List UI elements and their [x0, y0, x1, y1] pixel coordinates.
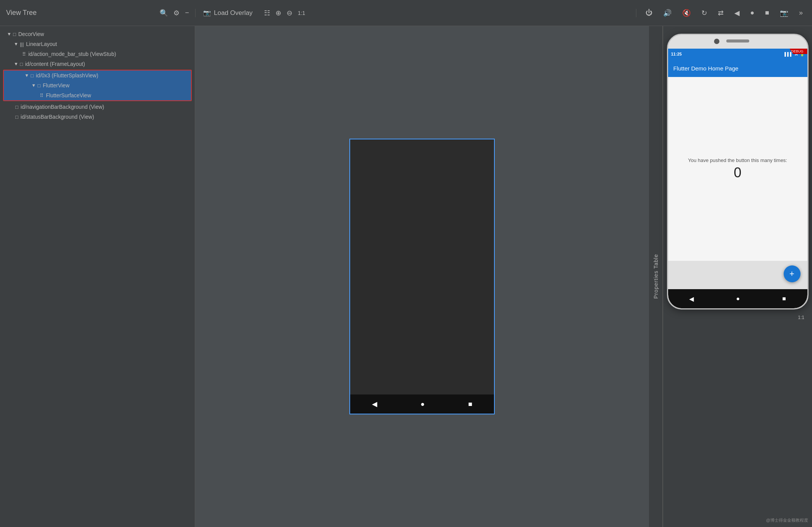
tree-item-flutter-surface[interactable]: ⠿ FlutterSurfaceView [4, 90, 191, 100]
phone-square-btn[interactable]: ■ [782, 295, 786, 302]
mute-icon[interactable]: 🔇 [682, 9, 691, 17]
preview-back-btn: ◀ [372, 400, 377, 408]
icon-linearlayout: ||| [20, 41, 24, 47]
fab-button[interactable]: + [784, 265, 801, 282]
phone-time: 11:25 [671, 52, 682, 56]
tree-item-content[interactable]: ▼ □ id/content (FrameLayout) [0, 59, 195, 69]
load-overlay-button[interactable]: 📷 Load Overlay [203, 9, 253, 17]
more-icon[interactable]: » [799, 9, 803, 17]
phone-home-btn[interactable]: ● [736, 295, 740, 302]
tree-item-decorview[interactable]: ▼ □ DecorView [0, 29, 195, 39]
icon-flutter-surface: ⠿ [40, 93, 44, 98]
preview-panel: ◀ ● ■ [195, 26, 649, 527]
app-title: Flutter Demo Home Page [673, 65, 739, 72]
settings-icon[interactable]: ⚙ [173, 9, 179, 17]
back-icon[interactable]: ◀ [734, 9, 740, 17]
preview-screen [350, 139, 494, 394]
label-decorview: DecorView [18, 31, 44, 37]
scale-display: 1:1 [798, 315, 804, 320]
arrow-linearlayout: ▼ [14, 41, 18, 47]
properties-label: Properties Table [653, 254, 659, 299]
camera-icon[interactable]: 📷 [780, 9, 788, 17]
counter-text: You have pushed the button this many tim… [688, 157, 787, 163]
scale-label[interactable]: 1:1 [298, 10, 305, 16]
main-content: ▼ □ DecorView ▼ ||| LinearLayout ⠿ id/ac… [0, 26, 812, 527]
preview-home-btn: ● [421, 400, 425, 408]
properties-bar: Properties Table [649, 26, 663, 527]
grid-icon[interactable]: ☷ [264, 9, 270, 17]
label-flutter-splash: id/0x3 (FlutterSplashView) [36, 72, 98, 79]
screen-rotate-icon[interactable]: ⇄ [718, 9, 724, 17]
stop-icon[interactable]: ■ [765, 9, 769, 17]
phone-content-area: You have pushed the button this many tim… [668, 77, 807, 261]
tree-item-action-bar[interactable]: ⠿ id/action_mode_bar_stub (ViewStub) [0, 49, 195, 59]
tree-item-nav-bg[interactable]: □ id/navigationBarBackground (View) [0, 102, 195, 112]
tree-item-linearlayout[interactable]: ▼ ||| LinearLayout [0, 39, 195, 49]
arrow-decorview: ▼ [7, 31, 11, 37]
circle-icon[interactable]: ● [750, 9, 754, 17]
tree-selected-group: ▼ □ id/0x3 (FlutterSplashView) ▼ □ Flutt… [3, 70, 192, 101]
label-flutter-surface: FlutterSurfaceView [46, 92, 91, 98]
icon-flutter-splash: □ [31, 73, 34, 79]
rotate-icon[interactable]: ↻ [701, 9, 707, 17]
counter-value: 0 [734, 165, 741, 181]
zoom-out-icon[interactable]: ⊖ [287, 9, 292, 17]
tree-item-flutter-view[interactable]: ▼ □ FlutterView [4, 80, 191, 90]
minimize-icon[interactable]: − [185, 9, 189, 17]
preview-square-btn: ■ [468, 400, 472, 408]
label-linearlayout: LinearLayout [26, 41, 57, 47]
toolbar-left: View Tree 🔍 ⚙ − [0, 9, 195, 17]
view-tree-panel: ▼ □ DecorView ▼ ||| LinearLayout ⠿ id/ac… [0, 26, 195, 527]
phone-nav-bar: ◀ ● ■ [668, 289, 807, 308]
phone-back-btn[interactable]: ◀ [689, 295, 694, 303]
label-nav-bg: id/navigationBarBackground (View) [21, 104, 104, 110]
toolbar: View Tree 🔍 ⚙ − 📷 Load Overlay ☷ ⊕ ⊖ 1:1… [0, 0, 812, 26]
label-status-bg: id/statusBarBackground (View) [21, 114, 94, 120]
fab-icon: + [789, 269, 794, 279]
phone-device: 11:25 ▌▌▌ ⌘ 🔋 DEBUG Flutter Demo Home Pa… [667, 34, 809, 309]
load-overlay-label: Load Overlay [214, 9, 253, 17]
debug-label: DEBUG [791, 49, 803, 53]
arrow-flutter-splash: ▼ [24, 73, 29, 78]
icon-decorview: □ [13, 31, 16, 37]
search-icon[interactable]: 🔍 [160, 9, 168, 17]
label-content: id/content (FrameLayout) [25, 61, 85, 67]
phone-preview-panel: 11:25 ▌▌▌ ⌘ 🔋 DEBUG Flutter Demo Home Pa… [663, 26, 812, 527]
icon-content: □ [20, 61, 23, 67]
toolbar-center: 📷 Load Overlay ☷ ⊕ ⊖ 1:1 [195, 9, 636, 17]
phone-status-bar: 11:25 ▌▌▌ ⌘ 🔋 [668, 49, 807, 59]
signal-icon: ▌▌▌ [784, 52, 792, 56]
arrow-flutter-view: ▼ [31, 83, 36, 88]
icon-status-bg: □ [15, 114, 18, 120]
tree-item-flutter-splash[interactable]: ▼ □ id/0x3 (FlutterSplashView) [4, 70, 191, 80]
toolbar-left-icons: 🔍 ⚙ − [160, 9, 189, 17]
icon-nav-bg: □ [15, 104, 18, 110]
volume-icon[interactable]: 🔊 [663, 9, 672, 17]
tree-item-status-bg[interactable]: □ id/statusBarBackground (View) [0, 112, 195, 122]
toolbar-right-icons: ⏻ 🔊 🔇 ↻ ⇄ ◀ ● ■ 📷 » [636, 9, 812, 17]
phone-app-bar: Flutter Demo Home Page [668, 59, 807, 77]
phone-outline: ◀ ● ■ [349, 139, 495, 414]
preview-nav-bar: ◀ ● ■ [350, 394, 494, 414]
toolbar-center-icons: ☷ ⊕ ⊖ 1:1 [264, 9, 305, 17]
watermark: @博士得金金额教程度 [766, 517, 808, 523]
arrow-content: ▼ [14, 61, 18, 67]
zoom-in-icon[interactable]: ⊕ [276, 9, 281, 17]
label-flutter-view: FlutterView [43, 82, 70, 88]
icon-action-bar: ⠿ [22, 51, 26, 57]
icon-flutter-view: □ [38, 83, 41, 88]
power-icon[interactable]: ⏻ [646, 9, 652, 17]
view-tree-title: View Tree [6, 9, 37, 17]
label-action-bar: id/action_mode_bar_stub (ViewStub) [28, 51, 116, 57]
load-overlay-icon: 📷 [203, 9, 211, 16]
